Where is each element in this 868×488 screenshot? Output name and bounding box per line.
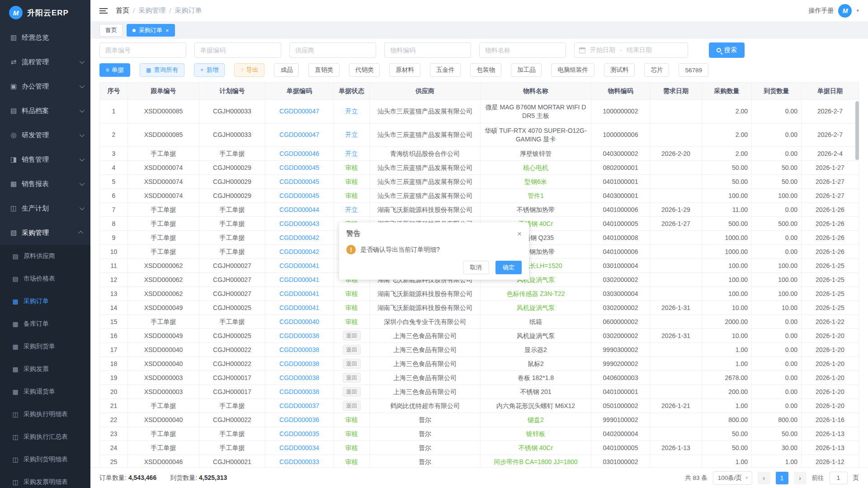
close-icon[interactable]: × (517, 230, 522, 238)
table-row[interactable]: 6XSDD000074CGJH000029CGDD000045审核汕头市三辰蓝猫… (100, 189, 859, 203)
table-row[interactable]: 16XSDD000049CGJH000025CGDD000038退回上海三色食品… (100, 329, 859, 343)
order-code-link[interactable]: CGDD000047 (265, 123, 334, 147)
table-row[interactable]: 18XSDD000040CGJH000022CGDD000038退回上海三色食品… (100, 357, 859, 371)
category-button-代销类[interactable]: 代销类 (349, 63, 380, 77)
page-1-button[interactable]: 1 (776, 472, 788, 484)
query-all-button[interactable]: ▦查询所有 (140, 63, 184, 77)
order-code-link[interactable]: CGDD000041 (265, 259, 334, 273)
category-button-56789[interactable]: 56789 (679, 63, 708, 77)
material-name-link[interactable]: 风机旋涡气泵 (517, 304, 555, 311)
sidebar-subitem-exec-detail[interactable]: ◫采购执行明细表 (0, 403, 90, 426)
material-name-link[interactable]: 同步带件B CA=1800 JJ=1800 (494, 458, 577, 465)
table-row[interactable]: 25XSDD000046CGJH000021CGDD000033审核普尔同步带件… (100, 455, 859, 468)
order-code-link[interactable]: CGDD000040 (265, 315, 334, 329)
category-button-芯片[interactable]: 芯片 (644, 63, 669, 77)
material-name-link[interactable]: 核心电机 (523, 164, 548, 171)
table-row[interactable]: 24手工单据手工单据CGDD000034审核普尔不锈钢 40Cr04010000… (100, 441, 859, 455)
table-row[interactable]: 19XSDD000003CGJH000017CGDD000038退回上海三色食品… (100, 371, 859, 385)
order-code-link[interactable]: CGDD000045 (265, 175, 334, 189)
search-button[interactable]: 搜索 (709, 42, 745, 58)
sidebar-item-sales-report[interactable]: ▦销售报表 (0, 172, 90, 196)
table-row[interactable]: 17XSDD000040CGJH000022CGDD000038退回上海三色食品… (100, 343, 859, 357)
cell-material[interactable]: 键盘2 (481, 413, 591, 427)
material-name-link[interactable]: 型钢6米 (524, 178, 547, 185)
order-code-link[interactable]: CGDD000045 (265, 161, 334, 175)
category-button-测试料[interactable]: 测试料 (604, 63, 635, 77)
table-row[interactable]: 7手工单据手工单据CGDD000044开立湖南飞沃新能源科技股份有限公司不锈钢加… (100, 203, 859, 217)
order-code-link[interactable]: CGDD000043 (265, 217, 334, 231)
order-code-link[interactable]: CGDD000041 (265, 287, 334, 301)
material-name-link[interactable]: 镀锌板 (526, 430, 545, 437)
sidebar-subitem-purchase-order[interactable]: ▦采购订单 (0, 290, 90, 313)
sidebar-subitem-invoice-detail[interactable]: ◫采购发票明细表 (0, 471, 90, 488)
cell-material[interactable]: 同步带件B CA=1800 JJ=1800 (481, 455, 591, 468)
sidebar-item-office[interactable]: ▣办公管理 (0, 74, 90, 99)
sidebar-item-process[interactable]: ⇄流程管理 (0, 50, 90, 74)
category-button-包装物[interactable]: 包装物 (470, 63, 501, 77)
sidebar-item-sales[interactable]: ◨销售管理 (0, 147, 90, 172)
sidebar-subitem-purchase-invoice[interactable]: ▦采购发票 (0, 358, 90, 380)
order-code-link[interactable]: CGDD000034 (265, 441, 334, 455)
add-button[interactable]: +新增 (194, 63, 225, 77)
cell-material[interactable]: 色标传感器 Z3N-T22 (481, 287, 591, 301)
sidebar-subitem-purchase-arrival[interactable]: ▦采购到货单 (0, 335, 90, 358)
cancel-button[interactable]: 取消 (463, 261, 489, 274)
trace-no-input[interactable] (99, 42, 186, 58)
table-row[interactable]: 23手工单据手工单据CGDD000035审核普尔镀锌板040200000450.… (100, 427, 859, 441)
material-name-input[interactable] (479, 42, 566, 58)
sidebar-item-purchase[interactable]: ▧采购管理 (0, 221, 90, 245)
next-page-button[interactable]: › (794, 472, 807, 484)
vertical-scrollbar[interactable] (855, 101, 859, 160)
material-name-link[interactable]: 管件1 (528, 192, 544, 199)
sidebar-subitem-arrival-detail[interactable]: ◫采购到货明细表 (0, 448, 90, 471)
order-code-link[interactable]: CGDD000035 (265, 427, 334, 441)
tab-采购订单[interactable]: 采购订单× (127, 24, 175, 37)
sidebar-subitem-exec-summary[interactable]: ◫采购执行汇总表 (0, 426, 90, 448)
category-button-直销类[interactable]: 直销类 (308, 63, 340, 77)
table-row[interactable]: 13XSDD000062CGJH000027CGDD000041审核湖南飞沃新能… (100, 287, 859, 301)
sidebar-item-materials[interactable]: ▤料品档案 (0, 99, 90, 123)
supplier-input[interactable] (289, 42, 376, 58)
prev-page-button[interactable]: ‹ (758, 472, 770, 484)
order-code-link[interactable]: CGDD000036 (265, 413, 334, 427)
close-tab-icon[interactable]: × (165, 28, 169, 33)
table-row[interactable]: 4XSDD000074CGJH000029CGDD000045审核汕头市三辰蓝猫… (100, 161, 859, 175)
table-row[interactable]: 20XSDD000003CGJH000017CGDD000038退回上海三色食品… (100, 385, 859, 399)
goto-page-input[interactable] (830, 472, 848, 484)
material-name-link[interactable]: 键盘2 (528, 416, 544, 423)
table-row[interactable]: 22XSDD000040CGJH000022CGDD000036审核普尔键盘29… (100, 413, 859, 427)
sidebar-subitem-raw-supplier[interactable]: ▤原料供应商 (0, 245, 90, 267)
table-row[interactable]: 1XSDD000085CGJH000033CGDD000047开立汕头市三辰蓝猫… (100, 100, 859, 123)
sidebar-item-rnd[interactable]: ◎研发管理 (0, 123, 90, 147)
table-row[interactable]: 2XSDD000085CGJH000033CGDD000047开立汕头市三辰蓝猫… (100, 123, 859, 147)
material-code-input[interactable] (384, 42, 471, 58)
table-row[interactable]: 21手工单据手工单据CGDD000037退回鹤岗比优特超市有限公司内六角花形沉头… (100, 399, 859, 413)
document-button[interactable]: ≡单据 (99, 63, 130, 77)
cell-material[interactable]: 镀锌板 (481, 427, 591, 441)
sidebar-subitem-purchase-return[interactable]: ▦采购退货单 (0, 380, 90, 403)
order-code-link[interactable]: CGDD000038 (265, 371, 334, 385)
export-button[interactable]: ↑导出 (234, 63, 264, 77)
sidebar-item-production[interactable]: ◫生产计划 (0, 196, 90, 221)
avatar[interactable]: M (838, 4, 852, 18)
order-code-link[interactable]: CGDD000041 (265, 273, 334, 287)
date-range-picker[interactable]: 开始日期-结束日期 (574, 42, 688, 58)
order-code-link[interactable]: CGDD000046 (265, 147, 334, 161)
table-row[interactable]: 3手工单据手工单据CGDD000046开立青海纺织品股份合作公司厚壁镀锌管040… (100, 147, 859, 161)
table-row[interactable]: 15手工单据手工单据CGDD000040审核深圳小白兔专业干洗有限公司纸箱060… (100, 315, 859, 329)
cell-material[interactable]: 风机旋涡气泵 (481, 301, 591, 315)
table-row[interactable]: 14XSDD000049CGJH000025CGDD000041审核湖南飞沃新能… (100, 301, 859, 315)
confirm-button[interactable]: 确定 (495, 261, 522, 274)
material-name-link[interactable]: 不锈钢 40Cr (519, 444, 553, 451)
table-row[interactable]: 5XSDD000074CGJH000029CGDD000045审核汕头市三辰蓝猫… (100, 175, 859, 189)
category-button-成品[interactable]: 成品 (274, 63, 299, 77)
cell-material[interactable]: 核心电机 (481, 161, 591, 175)
order-code-link[interactable]: CGDD000047 (265, 100, 334, 123)
order-code-link[interactable]: CGDD000038 (265, 329, 334, 343)
category-button-原材料[interactable]: 原材料 (389, 63, 420, 77)
menu-toggle-icon[interactable] (99, 8, 108, 14)
order-code-link[interactable]: CGDD000033 (265, 455, 334, 468)
order-code-link[interactable]: CGDD000045 (265, 189, 334, 203)
order-code-link[interactable]: CGDD000038 (265, 385, 334, 399)
order-code-link[interactable]: CGDD000038 (265, 343, 334, 357)
